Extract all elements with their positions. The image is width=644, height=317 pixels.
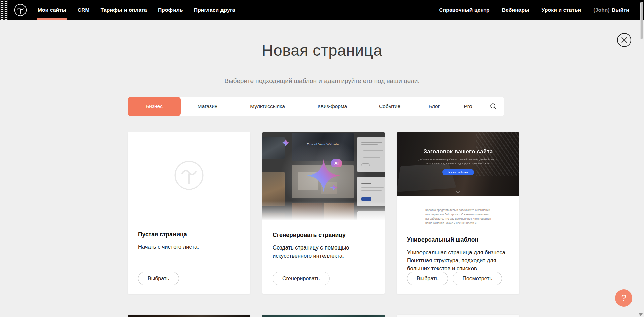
tab-business[interactable]: Бизнес <box>128 97 181 116</box>
card-actions: Сгенерировать <box>273 272 330 285</box>
close-icon <box>617 33 632 47</box>
tab-pro[interactable]: Pro <box>454 97 482 116</box>
card-actions: Выбрать Посмотреть <box>407 272 502 285</box>
card-title: Пустая страница <box>138 231 240 238</box>
card-description: Универсальная страница для бизнеса. Поня… <box>407 248 509 273</box>
template-category-tabs: Бизнес Магазин Мультиссылка Квиз-форма С… <box>128 97 504 116</box>
scrollbar-thumb[interactable] <box>640 2 643 39</box>
zigzag-pattern-icon <box>0 0 8 20</box>
nav-item-my-sites[interactable]: Мои сайты <box>38 0 66 20</box>
card-title: Сгенерировать страницу <box>273 232 375 239</box>
white-fade <box>262 201 385 220</box>
choose-button[interactable]: Выбрать <box>407 272 448 285</box>
tab-quiz-form[interactable]: Квиз-форма <box>300 97 365 116</box>
nav-item-help-center[interactable]: Справочный центр <box>439 0 489 20</box>
template-card-ai-generate[interactable]: Title of Your Website <box>262 132 385 294</box>
ai-sparkle-small-icon <box>330 184 338 191</box>
hero-subtitle: Добавьте интересные подробности о вашей … <box>416 158 500 165</box>
user-name-label: (John) <box>593 7 610 13</box>
close-button[interactable] <box>617 33 632 47</box>
scrollbar-down-arrow[interactable] <box>639 313 643 316</box>
nav-item-invite-friend[interactable]: Пригласи друга <box>194 0 235 20</box>
question-mark-icon: ? <box>621 293 626 303</box>
tilda-logo-icon[interactable] <box>14 4 27 16</box>
chevron-down-icon <box>456 190 460 193</box>
hero-cta-button: Целевое действие <box>442 169 474 175</box>
template-cards-grid-row2 <box>128 315 519 317</box>
tab-blog[interactable]: Блог <box>414 97 454 116</box>
tab-multilink[interactable]: Мультиссылка <box>235 97 300 116</box>
template-card-universal[interactable]: Заголовок вашего сайта Добавьте интересн… <box>397 132 519 294</box>
tilda-watermark-icon <box>174 160 204 191</box>
universal-template-preview: Заголовок вашего сайта Добавьте интересн… <box>397 132 519 224</box>
ai-sparkle-small-icon <box>281 138 290 147</box>
logout-link[interactable]: Выйти <box>612 7 629 13</box>
card-description: Начать с чистого листа. <box>138 243 240 251</box>
template-card-blank-page[interactable]: Пустая страница Начать с чистого листа. … <box>128 132 250 294</box>
ai-badge: AI <box>331 159 342 167</box>
main-nav: Мои сайты CRM Тарифы и оплата Профиль Пр… <box>38 0 235 20</box>
card-description: Создать страницу с помощью искусственног… <box>273 244 375 260</box>
help-button[interactable]: ? <box>615 289 632 307</box>
hero-title: Заголовок вашего сайта <box>423 148 493 155</box>
template-card-partial[interactable] <box>128 315 250 317</box>
nav-user-logout: (John) Выйти <box>593 0 629 20</box>
ai-preview-collage: Title of Your Website <box>262 132 385 220</box>
nav-item-pricing[interactable]: Тарифы и оплата <box>101 0 147 20</box>
template-about-text: Коротко представьтесь и расскажите о ком… <box>425 208 491 224</box>
blank-page-preview <box>128 132 250 219</box>
secondary-nav: Справочный центр Вебинары Уроки и статьи… <box>439 0 629 20</box>
choose-button[interactable]: Выбрать <box>138 272 179 285</box>
card-title: Универсальный шаблон <box>407 236 509 243</box>
tab-search[interactable] <box>482 97 504 116</box>
page-subtitle: Выберите подходящий шаблон и адаптируйте… <box>0 77 644 85</box>
template-card-partial[interactable] <box>262 315 385 317</box>
template-about-section: Коротко представьтесь и расскажите о ком… <box>397 196 519 224</box>
template-cards-grid: Пустая страница Начать с чистого листа. … <box>128 132 519 294</box>
generate-button[interactable]: Сгенерировать <box>273 272 330 285</box>
search-icon <box>490 103 497 110</box>
template-card-partial[interactable] <box>397 315 519 317</box>
nav-item-lessons[interactable]: Уроки и статьи <box>542 0 581 20</box>
nav-item-crm[interactable]: CRM <box>78 0 90 20</box>
page-title: Новая страница <box>0 41 644 59</box>
tab-store[interactable]: Магазин <box>180 97 235 116</box>
tab-event[interactable]: Событие <box>365 97 414 116</box>
nav-item-webinars[interactable]: Вебинары <box>502 0 529 20</box>
card-actions: Выбрать <box>138 272 179 285</box>
nav-item-profile[interactable]: Профиль <box>158 0 183 20</box>
preview-button[interactable]: Посмотреть <box>453 272 502 285</box>
top-navbar: Мои сайты CRM Тарифы и оплата Профиль Пр… <box>0 0 644 20</box>
template-hero-section: Заголовок вашего сайта Добавьте интересн… <box>397 132 519 196</box>
